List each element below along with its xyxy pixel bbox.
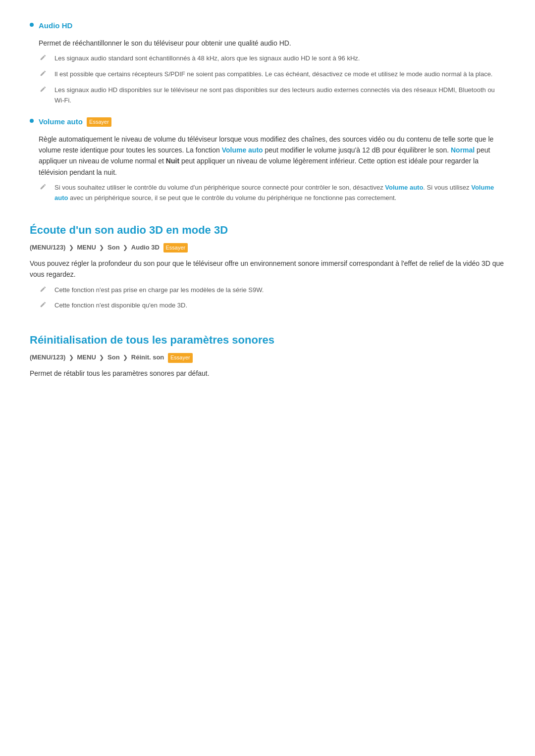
arrow-icon: ❯ [69, 244, 74, 251]
essayer-badge-reinit: Essayer [168, 353, 193, 363]
pencil-icon [40, 286, 51, 296]
arrow-icon: ❯ [99, 354, 104, 361]
pencil-icon [40, 86, 51, 96]
arrow-icon: ❯ [99, 244, 104, 251]
audio-hd-notes: Les signaux audio standard sont échantil… [40, 53, 505, 105]
pencil-icon [40, 183, 51, 194]
breadcrumb-son: Son [107, 353, 120, 361]
list-item: Cette fonction n'est disponible qu'en mo… [40, 301, 505, 311]
breadcrumb-son: Son [107, 244, 120, 251]
audio-hd-description: Permet de rééchantillonner le son du tél… [39, 38, 505, 49]
breadcrumb-prefix: (MENU/123) [30, 353, 65, 361]
breadcrumb-prefix: (MENU/123) [30, 244, 65, 251]
volume-auto-bullet-row: Volume auto Essayer [30, 116, 505, 128]
pencil-icon [40, 301, 51, 311]
audio-hd-title: Audio HD [39, 20, 72, 32]
arrow-icon: ❯ [123, 354, 128, 361]
volume-auto-note-bold2: Volume auto [54, 184, 494, 202]
list-item: Les signaux audio standard sont échantil… [40, 53, 505, 64]
bullet-dot [30, 119, 34, 123]
bullet-dot [30, 23, 34, 27]
essayer-badge: Essayer [87, 117, 111, 127]
reinit-breadcrumb: (MENU/123) ❯ MENU ❯ Son ❯ Réinit. son Es… [30, 353, 505, 363]
reinit-heading: Réinitialisation de tous les paramètres … [30, 331, 505, 349]
volume-auto-inline-bold: Volume auto [222, 146, 263, 154]
volume-auto-notes: Si vous souhaitez utiliser le contrôle d… [40, 183, 505, 203]
breadcrumb-menu: MENU [77, 244, 96, 251]
essayer-badge-audio3d: Essayer [163, 243, 188, 253]
normal-inline-bold: Normal [451, 146, 475, 154]
list-item: Cette fonction n'est pas prise en charge… [40, 285, 505, 296]
breadcrumb-audio3d: Audio 3D [131, 244, 160, 251]
nuit-inline-bold: Nuit [166, 157, 179, 165]
arrow-icon: ❯ [69, 354, 74, 361]
volume-auto-description: Règle automatiquement le niveau de volum… [39, 134, 505, 178]
arrow-icon: ❯ [123, 244, 128, 251]
audio-3d-heading: Écoute d'un son audio 3D en mode 3D [30, 221, 505, 239]
audio-3d-breadcrumb: (MENU/123) ❯ MENU ❯ Son ❯ Audio 3D Essay… [30, 243, 505, 253]
list-item: Les signaux audio HD disponibles sur le … [40, 85, 505, 106]
reinit-description: Permet de rétablir tous les paramètres s… [30, 368, 505, 379]
reinit-section: Réinitialisation de tous les paramètres … [30, 331, 505, 379]
note-text: Il est possible que certains récepteurs … [54, 69, 505, 80]
breadcrumb-reinit: Réinit. son [131, 353, 164, 361]
note-text: Si vous souhaitez utiliser le contrôle d… [54, 183, 505, 203]
note-text: Les signaux audio standard sont échantil… [54, 53, 505, 64]
audio-hd-bullet-row: Audio HD [30, 20, 505, 32]
volume-auto-section: Volume auto Essayer Règle automatiquemen… [30, 116, 505, 203]
list-item: Si vous souhaitez utiliser le contrôle d… [40, 183, 505, 203]
audio-3d-section: Écoute d'un son audio 3D en mode 3D (MEN… [30, 221, 505, 311]
volume-auto-title: Volume auto [39, 117, 83, 126]
note-text: Cette fonction n'est disponible qu'en mo… [54, 301, 505, 311]
pencil-icon [40, 70, 51, 80]
pencil-icon [40, 54, 51, 64]
note-text: Cette fonction n'est pas prise en charge… [54, 285, 505, 296]
audio-3d-notes: Cette fonction n'est pas prise en charge… [40, 285, 505, 312]
volume-auto-note-bold: Volume auto [385, 184, 423, 191]
breadcrumb-menu: MENU [77, 353, 96, 361]
audio-3d-description: Vous pouvez régler la profondeur du son … [30, 258, 505, 280]
list-item: Il est possible que certains récepteurs … [40, 69, 505, 80]
note-text: Les signaux audio HD disponibles sur le … [54, 85, 505, 106]
audio-hd-section: Audio HD Permet de rééchantillonner le s… [30, 20, 505, 106]
